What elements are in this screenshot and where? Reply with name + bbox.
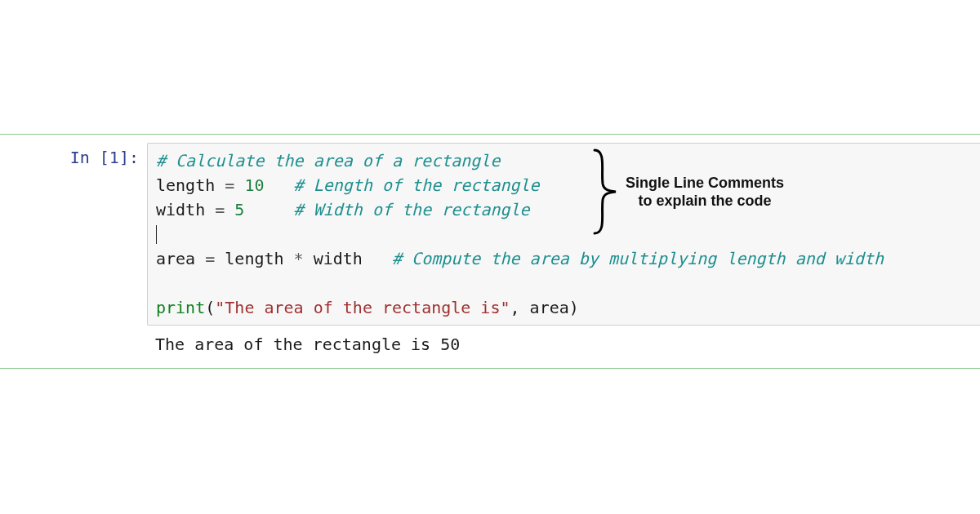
code-operator: *	[284, 249, 314, 268]
code-comment: # Calculate the area of a rectangle	[156, 151, 500, 171]
code-comma: ,	[510, 298, 530, 317]
output-area: The area of the rectangle is 50	[147, 326, 980, 360]
code-identifier: area	[156, 249, 195, 268]
code-paren: )	[569, 298, 579, 317]
code-comment: # Length of the rectangle	[294, 175, 540, 195]
code-identifier: length	[225, 249, 283, 268]
code-identifier: width	[314, 249, 363, 268]
code-input-area[interactable]: # Calculate the area of a rectangle leng…	[147, 143, 980, 326]
code-space	[363, 249, 392, 268]
code-operator: =	[205, 200, 234, 219]
code-operator: =	[215, 175, 244, 195]
code-identifier: width	[156, 200, 205, 219]
code-builtin: print	[156, 298, 205, 317]
code-comment: # Compute the area by multiplying length…	[392, 249, 884, 268]
output-text: The area of the rectangle is 50	[155, 335, 460, 354]
code-identifier: area	[530, 298, 569, 317]
code-operator: =	[195, 249, 225, 268]
cell-content: # Calculate the area of a rectangle leng…	[147, 143, 980, 360]
code-identifier: length	[156, 175, 215, 195]
prompt-label: In [1]:	[70, 148, 139, 167]
code-space	[264, 175, 293, 195]
code-paren: (	[205, 298, 215, 317]
code-number: 5	[234, 200, 244, 219]
notebook-cell: In [1]: # Calculate the area of a rectan…	[0, 134, 980, 369]
code-number: 10	[244, 175, 264, 195]
code-comment: # Width of the rectangle	[294, 200, 530, 219]
input-prompt: In [1]:	[0, 143, 147, 360]
code-space	[244, 200, 293, 219]
code-cell: In [1]: # Calculate the area of a rectan…	[0, 135, 980, 368]
code-string: "The area of the rectangle is"	[215, 298, 510, 317]
text-cursor	[156, 225, 157, 244]
